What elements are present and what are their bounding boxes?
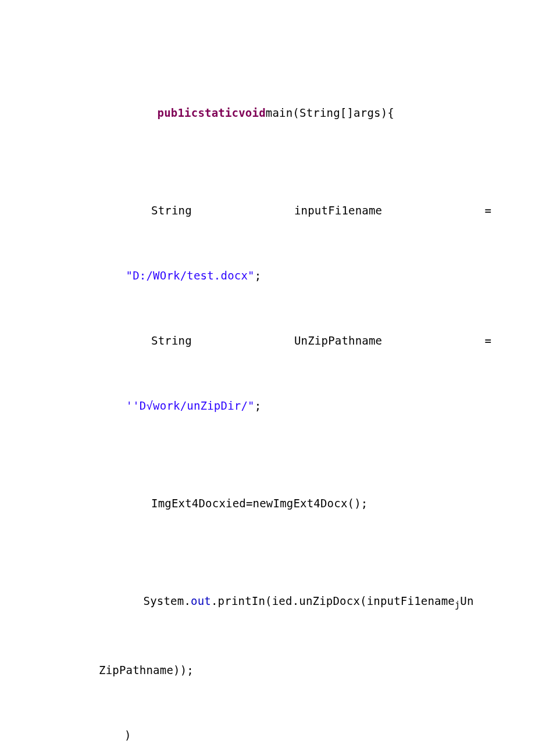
var-span: inputFi1ename xyxy=(294,194,382,227)
blank-line xyxy=(99,519,439,552)
code-line: ) xyxy=(99,719,439,751)
justify-fill xyxy=(382,324,484,357)
code-line: pub1icstaticvoidmain(String[]args){ xyxy=(99,64,439,162)
justify-fill xyxy=(192,194,294,227)
blank-line xyxy=(99,751,439,756)
sub-span: j xyxy=(455,600,460,610)
code-line: StringinputFi1ename= xyxy=(99,194,491,227)
blank-line xyxy=(99,686,439,719)
blank-line xyxy=(99,454,439,487)
code-line: ZipPathname)); xyxy=(99,654,439,686)
var-span: UnZipPathname xyxy=(294,324,382,357)
code-line: StringUnZipPathname= xyxy=(99,324,491,357)
document-page: pub1icstaticvoidmain(String[]args){ Stri… xyxy=(0,0,535,756)
text-span: Un xyxy=(460,594,473,607)
eq-span: = xyxy=(484,194,491,227)
field-span: out xyxy=(191,594,211,607)
text-span: ImgExt4Docxied=newImgExt4Docx(); xyxy=(151,497,368,510)
text-span: ZipPathname)); xyxy=(99,664,194,676)
type-span: String xyxy=(151,194,192,227)
text-span: ) xyxy=(124,729,131,741)
justify-fill xyxy=(192,324,294,357)
code-line: "D:/WOrk/test.docx"; xyxy=(99,227,439,324)
string-literal: "D:/WOrk/test.docx" xyxy=(126,269,255,282)
text-span: .printIn(ied.unZipDocx(inputFi1ename xyxy=(211,594,455,607)
string-literal: ''D√work/unZipDir/" xyxy=(126,399,255,412)
keyword-span: pub1icstaticvoid xyxy=(158,106,266,119)
semicolon: ; xyxy=(255,399,262,412)
code-line: System.out.printIn(ied.unZipDocx(inputFi… xyxy=(99,552,439,654)
type-span: String xyxy=(151,324,192,357)
text-span: main(String[]args){ xyxy=(266,106,394,119)
semicolon: ; xyxy=(255,269,262,282)
text-span: System. xyxy=(144,594,191,607)
eq-span: = xyxy=(484,324,491,357)
code-line: ''D√work/unZipDir/"; xyxy=(99,357,439,454)
code-line: ImgExt4Docxied=newImgExt4Docx(); xyxy=(99,487,439,519)
justify-fill xyxy=(382,194,484,227)
blank-line xyxy=(99,162,439,194)
